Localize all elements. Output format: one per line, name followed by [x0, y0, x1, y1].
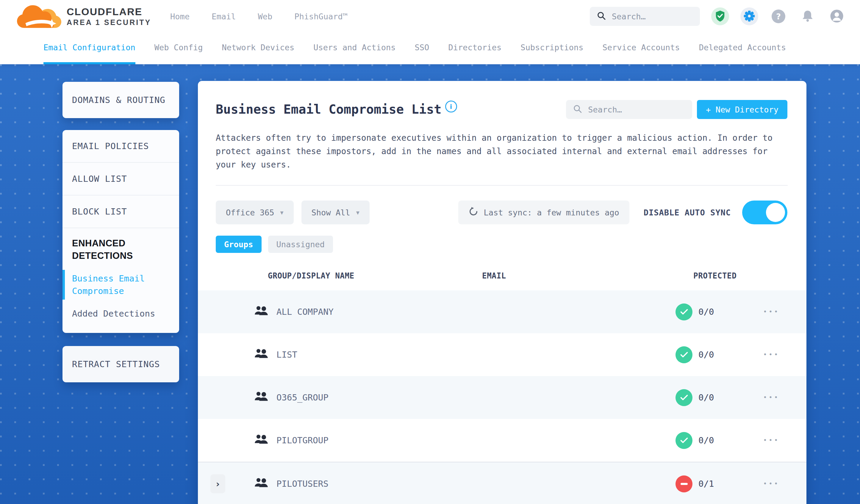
sidebar-item-retract-settings[interactable]: RETRACT SETTINGS: [62, 346, 179, 382]
user-profile-button[interactable]: [828, 8, 846, 25]
protected-check-icon: [675, 432, 692, 449]
table-row[interactable]: O365_GROUP 0/0 •••: [198, 376, 806, 419]
protected-cell: 0/0: [675, 303, 806, 320]
row-menu-button[interactable]: •••: [761, 349, 782, 361]
sidebar-item-allow-list[interactable]: ALLOW LIST: [62, 162, 179, 195]
protected-check-icon: [675, 389, 692, 406]
sidebar-item-block-list[interactable]: BLOCK LIST: [62, 195, 179, 228]
sidebar-item-business-email-compromise[interactable]: Business Email Compromise: [72, 272, 170, 297]
content-card: Business Email Compromise List i + New D…: [198, 81, 806, 504]
help-button[interactable]: ?: [770, 8, 787, 25]
sidebar-item-email-policies[interactable]: EMAIL POLICIES: [62, 130, 179, 162]
group-name: PILOTUSERS: [276, 479, 329, 489]
brand-subname: AREA 1 SECURITY: [67, 18, 151, 26]
topnav-item-email[interactable]: Email: [212, 12, 236, 21]
gear-icon: [743, 10, 756, 23]
show-filter-value: Show All: [312, 208, 350, 217]
group-name-cell: PILOTGROUP: [250, 434, 464, 447]
tab-network-devices[interactable]: Network Devices: [222, 33, 294, 64]
cloudflare-cloud-icon: [17, 4, 61, 29]
tab-web-config[interactable]: Web Config: [155, 33, 203, 64]
security-status-button[interactable]: [711, 8, 729, 25]
brand-name: CLOUDFLARE: [67, 6, 151, 17]
group-name-cell: PILOTUSERS: [250, 477, 464, 490]
brand-logo[interactable]: CLOUDFLARE AREA 1 SECURITY: [17, 4, 151, 29]
protected-count: 0/0: [699, 349, 714, 360]
topnav-item-home[interactable]: Home: [170, 12, 189, 21]
tab-groups[interactable]: Groups: [216, 236, 261, 253]
topnav-item-phishguard[interactable]: PhishGuard™: [294, 12, 347, 21]
group-name-cell: ALL COMPANY: [250, 305, 464, 318]
tab-unassigned[interactable]: Unassigned: [268, 236, 333, 253]
sidebar-item-added-detections[interactable]: Added Detections: [72, 307, 170, 320]
info-icon[interactable]: i: [445, 101, 457, 113]
sidebar-section-enhanced-detections: ENHANCED DETECTIONS Business Email Compr…: [62, 228, 179, 333]
sidebar-item-label: EMAIL POLICIES: [72, 141, 149, 151]
list-search-input[interactable]: [587, 105, 675, 115]
sync-controls: Last sync: a few minutes ago DISABLE AUT…: [458, 201, 788, 224]
top-header: CLOUDFLARE AREA 1 SECURITY Home Email We…: [0, 0, 860, 33]
tab-delegated-accounts[interactable]: Delegated Accounts: [699, 33, 786, 64]
section-navigation: Email Configuration Web Config Network D…: [0, 33, 860, 64]
auto-sync-toggle[interactable]: [742, 201, 787, 224]
sidebar-menu: EMAIL POLICIES ALLOW LIST BLOCK LIST ENH…: [62, 130, 179, 333]
tab-users-and-actions[interactable]: Users and Actions: [313, 33, 396, 64]
protected-cell: 0/0: [675, 389, 806, 406]
notifications-button[interactable]: [799, 8, 817, 25]
column-header-email: EMAIL: [482, 271, 693, 280]
group-name: O365_GROUP: [276, 392, 329, 403]
chevron-right-icon: ›: [216, 479, 220, 489]
global-search-input[interactable]: [611, 12, 684, 21]
shield-check-icon: [715, 10, 726, 23]
table-body: ALL COMPANY 0/0 •••: [198, 290, 806, 504]
divider: [216, 185, 788, 186]
new-directory-button[interactable]: + New Directory: [697, 100, 787, 119]
column-header-group-display-name: GROUP/DISPLAY NAME: [268, 271, 482, 280]
tab-service-accounts[interactable]: Service Accounts: [603, 33, 680, 64]
sidebar-item-label: RETRACT SETTINGS: [72, 359, 160, 369]
bell-icon: [802, 10, 813, 23]
protected-cell: 0/1: [675, 475, 806, 492]
table-header: GROUP/DISPLAY NAME EMAIL PROTECTED: [216, 271, 787, 280]
row-menu-button[interactable]: •••: [761, 391, 782, 403]
tab-subscriptions[interactable]: Subscriptions: [520, 33, 583, 64]
settings-button[interactable]: [740, 8, 758, 25]
group-name: ALL COMPANY: [276, 307, 333, 317]
global-search[interactable]: [590, 7, 700, 26]
protected-cell: 0/0: [675, 346, 806, 363]
row-menu-button[interactable]: •••: [761, 306, 782, 318]
tab-email-configuration[interactable]: Email Configuration: [43, 33, 135, 64]
page-background: DOMAINS & ROUTING EMAIL POLICIES ALLOW L…: [0, 64, 860, 504]
show-filter-dropdown[interactable]: Show All ▾: [301, 201, 370, 224]
sidebar-item-label: BLOCK LIST: [72, 206, 127, 217]
row-expand-button[interactable]: ›: [210, 474, 225, 493]
sidebar-item-label: ALLOW LIST: [72, 174, 127, 184]
sidebar-item-domains-routing[interactable]: DOMAINS & ROUTING: [62, 82, 179, 118]
table-row[interactable]: LIST 0/0 •••: [198, 333, 806, 376]
group-people-icon: [255, 434, 268, 447]
top-navigation: Home Email Web PhishGuard™: [170, 12, 347, 21]
header-actions: ?: [590, 7, 846, 26]
protected-cell: 0/0: [675, 432, 806, 449]
last-sync-status[interactable]: Last sync: a few minutes ago: [458, 201, 629, 224]
row-menu-button[interactable]: •••: [761, 478, 782, 490]
group-people-icon: [255, 477, 268, 490]
table-row[interactable]: ALL COMPANY 0/0 •••: [198, 290, 806, 333]
row-menu-button[interactable]: •••: [761, 434, 782, 446]
table-row[interactable]: › PILOTUSERS 0/1 •••: [198, 462, 806, 504]
refresh-icon: [468, 206, 478, 218]
user-avatar-icon: [830, 9, 844, 24]
tab-directories[interactable]: Directories: [448, 33, 501, 64]
directory-filter-dropdown[interactable]: Office 365 ▾: [216, 201, 294, 224]
not-protected-minus-icon: [675, 475, 692, 492]
row-expand-cell: ›: [198, 474, 250, 493]
table-row[interactable]: PILOTGROUP 0/0 •••: [198, 419, 806, 462]
page-title: Business Email Compromise List: [216, 100, 442, 119]
topnav-item-web[interactable]: Web: [258, 12, 272, 21]
search-icon: [573, 104, 582, 115]
tab-sso[interactable]: SSO: [415, 33, 429, 64]
app-window: CLOUDFLARE AREA 1 SECURITY Home Email We…: [0, 0, 860, 504]
list-search[interactable]: [566, 100, 692, 119]
group-name: PILOTGROUP: [276, 435, 329, 445]
auto-sync-label: DISABLE AUTO SYNC: [644, 208, 731, 217]
